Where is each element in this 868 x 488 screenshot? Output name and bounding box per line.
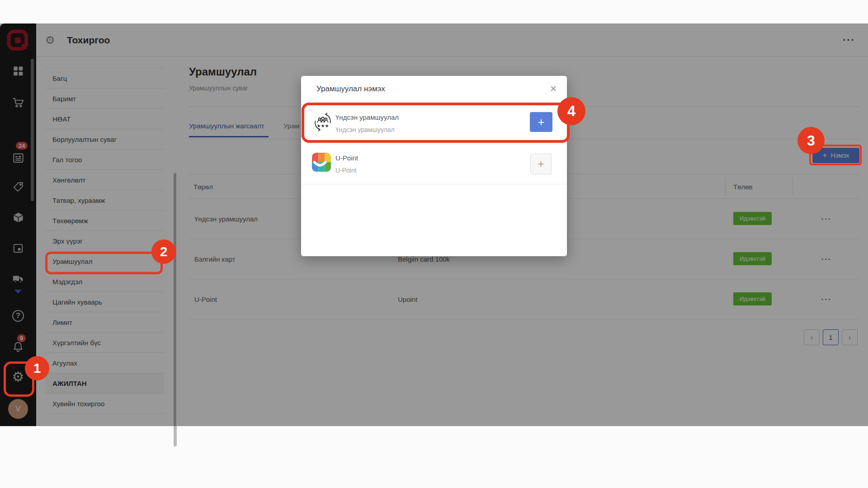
modal-option-upoint[interactable]: U-Point U-Point + <box>301 142 567 184</box>
step-badge-4: 4 <box>557 97 585 125</box>
step-badge-3: 3 <box>797 127 825 154</box>
modal-title: Урамшуулал нэмэх <box>316 76 385 102</box>
option-title: Үндсэн урамшуулал <box>335 113 399 121</box>
svg-text:★★★: ★★★ <box>317 123 329 128</box>
step-badge-1: 1 <box>25 356 49 380</box>
add-promotion-modal: Урамшуулал нэмэх ✕ ★★★ Үндсэн урамшуулал… <box>301 76 567 256</box>
upoint-icon <box>311 152 332 173</box>
loyalty-people-stars-icon: ★★★ <box>312 111 334 133</box>
option-subtitle: U-Point <box>335 167 357 174</box>
option-subtitle: Үндсэн урамшуулал <box>335 126 395 133</box>
add-upoint-button[interactable]: + <box>530 154 552 174</box>
option-title: U-Point <box>335 154 358 162</box>
modal-option-basic-promotion[interactable]: ★★★ Үндсэн урамшуулал Үндсэн урамшуулал … <box>301 102 567 142</box>
close-icon[interactable]: ✕ <box>550 76 557 102</box>
modal-header: Урамшуулал нэмэх ✕ <box>301 76 567 102</box>
add-basic-promotion-button[interactable]: + <box>530 112 552 132</box>
step-badge-2: 2 <box>151 239 176 264</box>
screen: 24 <box>0 0 868 488</box>
